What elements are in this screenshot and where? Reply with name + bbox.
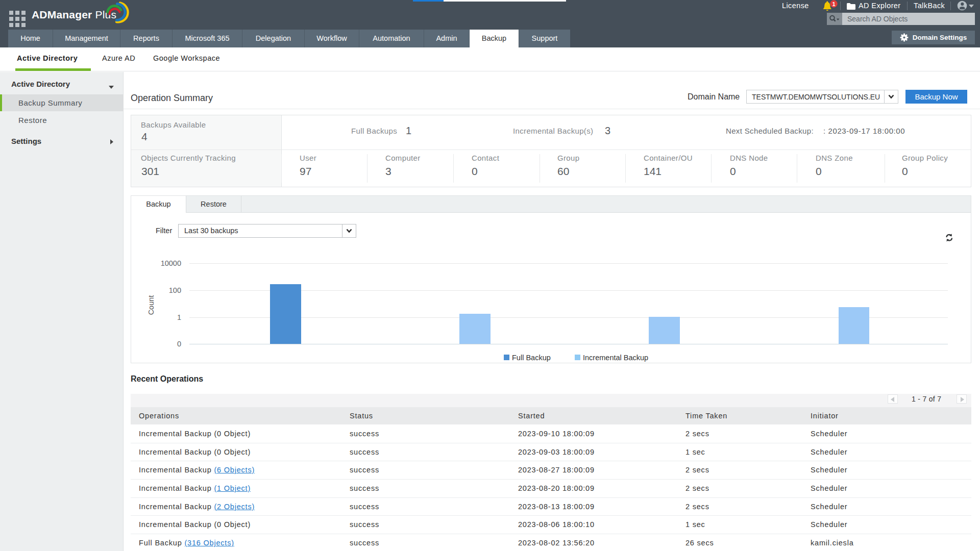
svg-text:1: 1 xyxy=(832,1,835,7)
